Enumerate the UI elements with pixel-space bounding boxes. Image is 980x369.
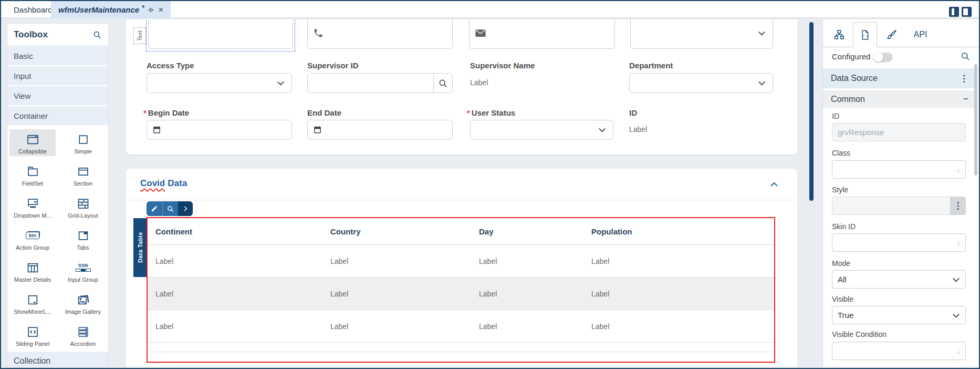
tab-api[interactable]: API	[905, 22, 935, 47]
inspector-scrollbar[interactable]	[974, 64, 977, 176]
data-table[interactable]: Continent Country Day Population Label L…	[147, 217, 775, 363]
close-tab-icon[interactable]: ×	[158, 5, 163, 14]
class-field-input[interactable]: ↓	[832, 160, 966, 179]
expand-toolbar-button[interactable]	[178, 201, 193, 216]
style-menu-button[interactable]: ⋮	[950, 197, 966, 215]
configured-toggle[interactable]	[873, 53, 893, 62]
tab-widget-tree[interactable]	[825, 22, 853, 47]
common-section-header[interactable]: Common −	[823, 90, 976, 108]
widget-section[interactable]: Section	[58, 159, 108, 191]
widget-collapsible[interactable]: Collapsible	[7, 127, 58, 159]
hierarchy-icon	[833, 29, 845, 40]
end-date-input[interactable]	[307, 120, 453, 140]
widget-fieldset[interactable]: FieldSet	[7, 159, 58, 191]
sliding-panel-icon	[26, 323, 40, 340]
tab-wfm-user-maintenance[interactable]: wfmUserMaintenance * ×	[51, 1, 171, 18]
supervisor-name-label: Supervisor Name	[470, 61, 535, 70]
widget-accordion[interactable]: Accordion	[58, 319, 108, 351]
department-select[interactable]	[629, 73, 773, 93]
id-field-input: grvResponse	[832, 123, 966, 141]
edit-button[interactable]	[147, 201, 162, 216]
data-source-section-header[interactable]: Data Source ⋮	[823, 68, 976, 88]
column-header[interactable]: Population	[591, 227, 774, 236]
showmore-icon	[26, 291, 40, 308]
style-field-input: ⋮	[832, 197, 966, 215]
fieldset-icon	[26, 163, 40, 180]
column-header[interactable]: Continent	[155, 227, 330, 236]
tab-dashboard-label: Dashboard	[14, 5, 52, 14]
widget-master-details[interactable]: Master Details	[7, 255, 58, 287]
calendar-icon	[152, 126, 161, 135]
tab-styles[interactable]	[877, 22, 905, 47]
column-header[interactable]: Country	[330, 227, 479, 236]
modified-indicator: *	[142, 4, 144, 12]
chevron-down-icon	[599, 126, 606, 132]
widget-tabs[interactable]: Tabs	[58, 223, 108, 255]
visible-condition-input[interactable]: ↓	[832, 342, 966, 360]
text-input[interactable]	[148, 19, 293, 49]
configured-label: Configured	[832, 52, 870, 61]
supervisor-search-button[interactable]	[433, 73, 453, 93]
widget-action-group[interactable]: btn Action Group	[7, 223, 58, 255]
table-row: Label Label Label Label	[148, 245, 774, 278]
supervisor-id-input[interactable]	[307, 73, 434, 93]
collapse-section-icon[interactable]: −	[963, 94, 968, 105]
column-header[interactable]: Day	[479, 227, 591, 236]
search-icon	[438, 78, 448, 88]
required-marker: *	[467, 108, 470, 117]
expression-arrow-icon: ↓	[956, 164, 961, 175]
top-select[interactable]	[630, 19, 773, 49]
access-type-select[interactable]	[147, 73, 292, 93]
chevron-down-icon	[758, 79, 765, 86]
toolbox-section-view[interactable]: View	[7, 86, 108, 105]
skin-id-field-input[interactable]: ↓	[832, 233, 966, 252]
tabs-divider	[823, 47, 979, 47]
covid-data-panel: CovidData	[126, 169, 797, 367]
widget-showmore[interactable]: ShowMore/L...	[7, 287, 58, 319]
tab-label: wfmUserMaintenance	[58, 5, 139, 14]
widget-simple[interactable]: Simple	[58, 127, 108, 159]
toolbox-section-collection[interactable]: Collection	[7, 352, 108, 368]
collapse-panel-icon[interactable]	[768, 178, 780, 191]
table-empty-row	[148, 352, 774, 362]
chevron-right-icon	[182, 205, 189, 212]
search-widget-button[interactable]	[162, 201, 178, 216]
supervisor-id-label: Supervisor ID	[307, 61, 359, 70]
email-input[interactable]	[469, 19, 615, 49]
search-icon	[166, 205, 174, 213]
pin-icon[interactable]	[147, 6, 154, 14]
tab-properties[interactable]: {···}	[853, 22, 877, 47]
widget-image-gallery[interactable]: Image Gallery	[58, 287, 108, 319]
form-card: Text Access Type Supervisor ID Superviso…	[126, 19, 797, 155]
visible-select[interactable]: True	[832, 306, 966, 324]
selected-widget-tag: Text	[133, 27, 146, 44]
begin-date-input[interactable]	[147, 120, 292, 140]
widget-grid-layout[interactable]: Grid-Layout	[58, 191, 108, 223]
calendar-icon	[313, 126, 322, 135]
table-empty-row	[148, 343, 774, 352]
toolbox-title: Toolbox	[14, 29, 48, 40]
envelope-icon	[475, 28, 486, 38]
markup-document-icon: {···}	[860, 29, 871, 40]
canvas-scrollbar[interactable]	[809, 22, 814, 201]
toolbox-section-basic[interactable]: Basic	[7, 46, 108, 65]
chevron-down-icon	[953, 275, 960, 282]
phone-input[interactable]	[307, 19, 453, 49]
toggle-right-panel-icon[interactable]	[962, 7, 972, 17]
properties-panel: {···} API Configured Data Source ⋮ Commo…	[822, 19, 979, 367]
widget-dropdown-menu[interactable]: Dropdown M...	[7, 191, 58, 223]
toolbox-panel: Toolbox Basic Input View Container Colla…	[7, 23, 109, 368]
toggle-left-panel-icon[interactable]	[949, 7, 959, 17]
search-icon[interactable]	[92, 30, 102, 39]
mode-select[interactable]: All	[832, 270, 966, 289]
dropdown-menu-icon	[26, 195, 40, 212]
kebab-menu-icon[interactable]: ⋮	[960, 74, 968, 83]
toolbox-section-container[interactable]: Container	[7, 106, 108, 125]
widget-sliding-panel[interactable]: Sliding Panel	[7, 319, 58, 351]
user-status-select[interactable]	[470, 120, 613, 140]
search-properties-icon[interactable]	[960, 51, 971, 62]
widget-ssn-input-group[interactable]: SSN Input Group	[58, 255, 108, 287]
toolbox-section-input[interactable]: Input	[7, 66, 108, 85]
app-window: Dashboard wfmUserMaintenance * × Toolbox…	[0, 0, 980, 369]
tabs-icon	[76, 227, 90, 244]
